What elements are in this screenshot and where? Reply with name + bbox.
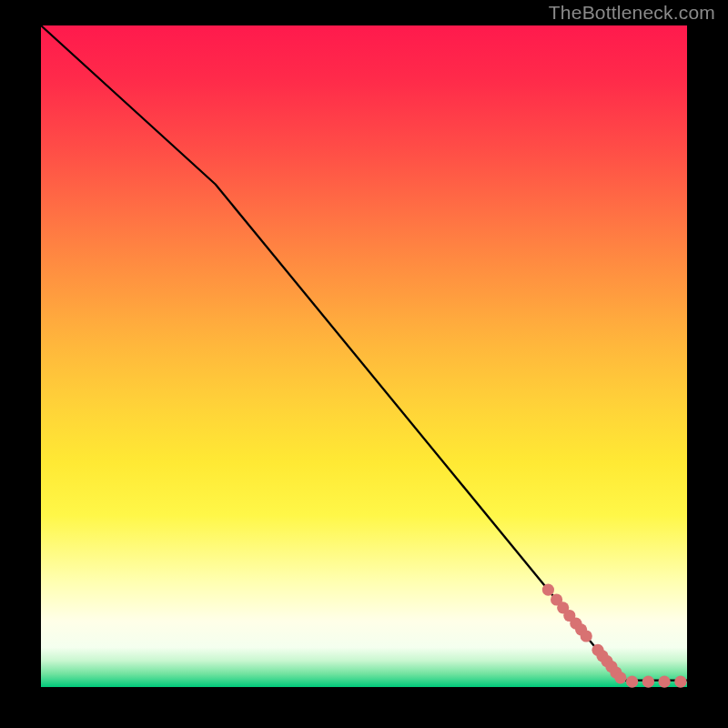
data-point bbox=[626, 676, 638, 688]
chart-container: TheBottleneck.com bbox=[0, 0, 728, 728]
plot-area bbox=[41, 25, 687, 687]
data-point bbox=[659, 676, 671, 688]
data-point bbox=[581, 630, 592, 642]
data-point bbox=[642, 676, 654, 688]
curve-line bbox=[41, 25, 687, 681]
attribution-text: TheBottleneck.com bbox=[549, 2, 715, 24]
data-point bbox=[614, 672, 626, 683]
data-overlay bbox=[41, 25, 687, 687]
data-point bbox=[674, 676, 686, 688]
data-point bbox=[542, 584, 554, 596]
